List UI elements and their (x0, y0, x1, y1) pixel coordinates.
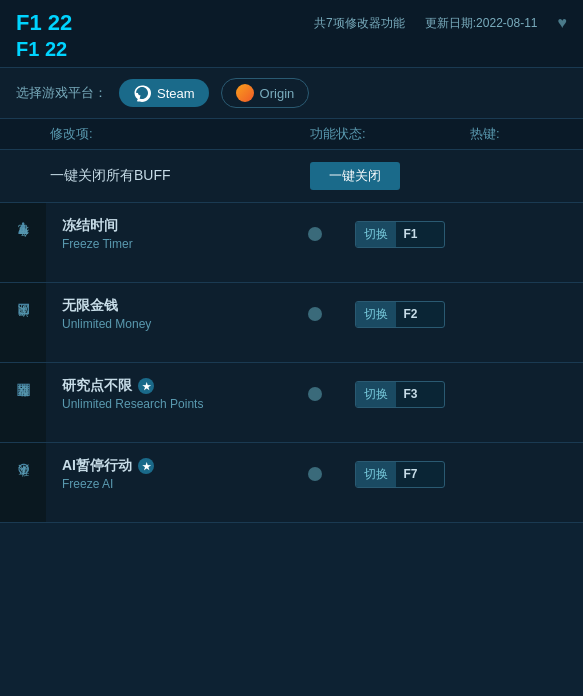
enemy-label: 敌人 (16, 482, 31, 486)
mod-name-en: Unlimited Money (62, 317, 275, 331)
meta-date: 更新日期:2022-08-11 (425, 15, 538, 32)
hotkey-button[interactable]: 切换F2 (355, 301, 445, 328)
mod-row: 研究点不限★Unlimited Research Points切换F3 (62, 377, 567, 411)
hotkey-key: F1 (396, 223, 426, 245)
mod-name-cn: AI暂停行动★ (62, 457, 275, 475)
meta-info: 共7项修改器功能 更新日期:2022-08-11 ♥ (314, 14, 567, 32)
section-data: ▦数据研究点不限★Unlimited Research Points切换F3 (0, 363, 583, 443)
section-character: ♟角色冻结时间Freeze Timer切换F1 (0, 203, 583, 283)
toggle-cell (275, 467, 355, 481)
hotkey-button[interactable]: 切换F3 (355, 381, 445, 408)
section-side-enemy: ⊕敌人 (0, 443, 46, 522)
toggle-dot[interactable] (308, 307, 322, 321)
steam-label: Steam (157, 86, 195, 101)
sections-container: ♟角色冻结时间Freeze Timer切换F1⊞资源无限金钱Unlimited … (0, 203, 583, 523)
hotkey-button[interactable]: 切换F7 (355, 461, 445, 488)
section-content-resource: 无限金钱Unlimited Money切换F2 (46, 283, 583, 362)
mod-name-en: Freeze Timer (62, 237, 275, 251)
hotkey-cell: 切换F7 (355, 461, 568, 488)
mod-name-en: Freeze AI (62, 477, 275, 491)
mod-name-cn: 研究点不限★ (62, 377, 275, 395)
hotkey-label: 切换 (356, 382, 396, 407)
hotkey-cell: 切换F2 (355, 301, 568, 328)
mod-name-block: 研究点不限★Unlimited Research Points (62, 377, 275, 411)
section-enemy: ⊕敌人AI暂停行动★Freeze AI切换F7 (0, 443, 583, 523)
star-badge: ★ (138, 458, 154, 474)
section-side-data: ▦数据 (0, 363, 46, 442)
top-bar: F1 22 共7项修改器功能 更新日期:2022-08-11 ♥ F1 22 (0, 0, 583, 68)
resource-label: 资源 (16, 322, 31, 326)
close-all-button[interactable]: 一键关闭 (310, 162, 400, 190)
buff-name: 一键关闭所有BUFF (50, 167, 310, 185)
section-side-resource: ⊞资源 (0, 283, 46, 362)
mod-name-block: AI暂停行动★Freeze AI (62, 457, 275, 491)
hotkey-label: 切换 (356, 302, 396, 327)
mod-name-block: 无限金钱Unlimited Money (62, 297, 275, 331)
data-icon: ▦ (16, 379, 31, 398)
buff-row: 一键关闭所有BUFF 一键关闭 (0, 150, 583, 203)
mod-name-cn: 无限金钱 (62, 297, 275, 315)
character-label: 角色 (16, 242, 31, 246)
hotkey-key: F7 (396, 463, 426, 485)
hotkey-cell: 切换F3 (355, 381, 568, 408)
enemy-icon: ⊕ (17, 459, 30, 478)
favorite-icon[interactable]: ♥ (558, 14, 568, 32)
origin-icon (236, 84, 254, 102)
platform-steam-button[interactable]: Steam (119, 79, 209, 107)
hotkey-label: 切换 (356, 222, 396, 247)
toggle-dot[interactable] (308, 227, 322, 241)
origin-label: Origin (260, 86, 295, 101)
game-title-sub: F1 22 (16, 38, 567, 61)
section-content-data: 研究点不限★Unlimited Research Points切换F3 (46, 363, 583, 442)
hotkey-cell: 切换F1 (355, 221, 568, 248)
section-resource: ⊞资源无限金钱Unlimited Money切换F2 (0, 283, 583, 363)
hotkey-key: F3 (396, 383, 426, 405)
section-content-enemy: AI暂停行动★Freeze AI切换F7 (46, 443, 583, 522)
character-icon: ♟ (16, 219, 30, 238)
mod-name-cn: 冻结时间 (62, 217, 275, 235)
mod-name-en: Unlimited Research Points (62, 397, 275, 411)
platform-label: 选择游戏平台： (16, 84, 107, 102)
column-headers: 修改项: 功能状态: 热键: (0, 119, 583, 150)
meta-total: 共7项修改器功能 (314, 15, 405, 32)
platform-bar: 选择游戏平台： Steam Origin (0, 68, 583, 119)
toggle-cell (275, 227, 355, 241)
hotkey-key: F2 (396, 303, 426, 325)
data-label: 数据 (16, 402, 31, 406)
mod-row: AI暂停行动★Freeze AI切换F7 (62, 457, 567, 491)
section-side-character: ♟角色 (0, 203, 46, 282)
mod-row: 冻结时间Freeze Timer切换F1 (62, 217, 567, 251)
toggle-dot[interactable] (308, 387, 322, 401)
steam-icon (133, 84, 151, 102)
mod-name-block: 冻结时间Freeze Timer (62, 217, 275, 251)
toggle-dot[interactable] (308, 467, 322, 481)
section-content-character: 冻结时间Freeze Timer切换F1 (46, 203, 583, 282)
star-badge: ★ (138, 378, 154, 394)
toggle-cell (275, 307, 355, 321)
mod-row: 无限金钱Unlimited Money切换F2 (62, 297, 567, 331)
hotkey-col-header: 热键: (470, 125, 567, 143)
status-col-header: 功能状态: (310, 125, 470, 143)
toggle-cell (275, 387, 355, 401)
resource-icon: ⊞ (17, 299, 30, 318)
game-title-main: F1 22 (16, 10, 72, 36)
hotkey-button[interactable]: 切换F1 (355, 221, 445, 248)
platform-origin-button[interactable]: Origin (221, 78, 310, 108)
mod-col-header: 修改项: (50, 125, 310, 143)
title-row: F1 22 共7项修改器功能 更新日期:2022-08-11 ♥ (16, 10, 567, 36)
hotkey-label: 切换 (356, 462, 396, 487)
